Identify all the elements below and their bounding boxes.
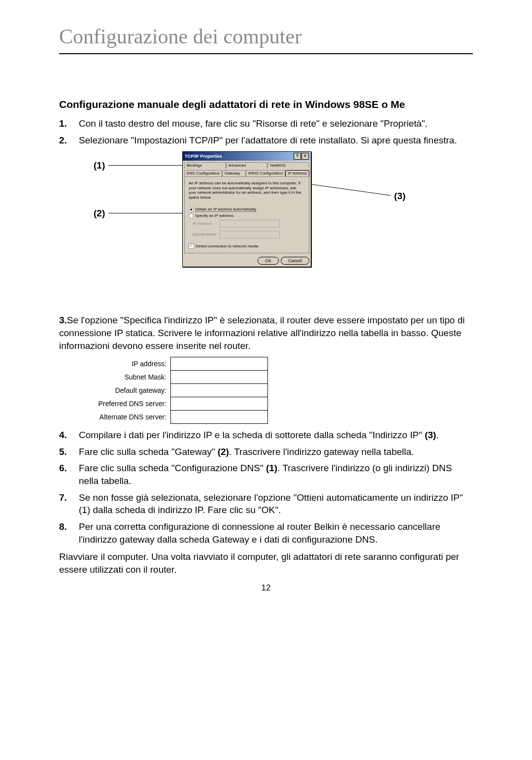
tcpip-properties-dialog: TCP/IP Properties ?× Bindings Advanced N… <box>182 151 311 267</box>
step-text: Selezionare "Impostazioni TCP/IP" per l'… <box>79 134 473 147</box>
table-row: Default gateway: <box>84 384 268 397</box>
dialog-titlebar: TCP/IP Properties ?× <box>183 152 311 161</box>
step-number: 7. <box>59 491 79 517</box>
dialog-title: TCP/IP Properties <box>185 154 222 159</box>
detect-checkbox-row[interactable]: ✓ Detect connection to network media <box>189 243 305 249</box>
page-number: 12 <box>59 583 473 593</box>
step-text: Con il tasto destro del mouse, fare clic… <box>79 117 473 130</box>
step-1: 1. Con il tasto destro del mouse, fare c… <box>59 117 473 130</box>
step-number: 6. <box>59 462 79 487</box>
step-7: 7. Se non fosse già selezionata, selezio… <box>59 491 473 517</box>
step-number: 5. <box>59 446 79 458</box>
help-icon[interactable]: ? <box>294 153 301 160</box>
ip-address-field: IP Address: <box>193 220 305 228</box>
table-row: Alternate DNS server: <box>84 411 268 424</box>
callout-3: (3) <box>394 191 405 202</box>
dialog-description: An IP address can be automatically assig… <box>189 181 305 200</box>
radio-obtain-ip[interactable]: Obtain an IP address automatically <box>189 207 305 212</box>
step-text: Compilare i dati per l'indirizzo IP e la… <box>79 429 473 442</box>
radio-specify-ip[interactable]: Specify an IP address: <box>189 213 305 218</box>
step-text: Se non fosse già selezionata, selezionar… <box>79 491 473 517</box>
step-text: Fare clic sulla scheda "Configurazione D… <box>79 462 473 487</box>
radio-icon <box>189 207 194 212</box>
preferred-dns-cell <box>171 397 268 411</box>
callout-line-1 <box>108 165 184 166</box>
step-text: Per una corretta configurazione di conne… <box>79 520 473 546</box>
step-number: 4. <box>59 429 79 442</box>
callout-2: (2) <box>94 208 105 219</box>
step-4: 4. Compilare i dati per l'indirizzo IP e… <box>59 429 473 442</box>
subnet-mask-cell <box>171 371 268 384</box>
ip-info-table: IP address: Subnet Mask: Default gateway… <box>84 357 268 424</box>
step-2: 2. Selezionare "Impostazioni TCP/IP" per… <box>59 134 473 147</box>
step-text: Fare clic sulla scheda "Gateway" (2). Tr… <box>79 446 473 458</box>
callout-1: (1) <box>94 160 105 171</box>
step-5: 5. Fare clic sulla scheda "Gateway" (2).… <box>59 446 473 458</box>
checkbox-icon: ✓ <box>189 243 194 249</box>
step-number: 3. <box>59 315 67 325</box>
tab-advanced[interactable]: Advanced <box>226 162 268 169</box>
ok-button[interactable]: OK <box>258 257 279 265</box>
steps-1-2: 1. Con il tasto destro del mouse, fare c… <box>59 117 473 146</box>
cancel-button[interactable]: Cancel <box>281 257 309 265</box>
tab-dns-configuration[interactable]: DNS Configuration <box>184 170 222 176</box>
close-icon[interactable]: × <box>301 153 309 160</box>
alternate-dns-cell <box>171 411 268 424</box>
chapter-rule <box>59 53 473 54</box>
table-row: Subnet Mask: <box>84 371 268 384</box>
tab-ip-address[interactable]: IP Address <box>285 170 309 176</box>
subnet-mask-field: Subnet Mask: <box>193 231 305 239</box>
callout-line-2 <box>108 213 192 213</box>
steps-4-8: 4. Compilare i dati per l'indirizzo IP e… <box>59 429 473 546</box>
step-3: 3.Se l'opzione "Specifica l'indirizzo IP… <box>59 314 473 352</box>
step-number: 8. <box>59 520 79 546</box>
step-8: 8. Per una corretta configurazione di co… <box>59 520 473 546</box>
ip-address-cell <box>171 357 268 371</box>
step-number: 1. <box>59 117 79 130</box>
step-text: Se l'opzione "Specifica l'indirizzo IP" … <box>59 315 465 350</box>
radio-icon <box>189 213 194 218</box>
chapter-title: Configurazione dei computer <box>59 25 473 48</box>
tab-bindings[interactable]: Bindings <box>184 162 226 169</box>
section-title: Configurazione manuale degli adattatori … <box>59 99 473 110</box>
tab-netbios[interactable]: NetBIOS <box>267 162 309 169</box>
step-number: 2. <box>59 134 79 147</box>
table-row: Preferred DNS server: <box>84 397 268 411</box>
tab-gateway[interactable]: Gateway <box>222 170 246 176</box>
tab-wins-configuration[interactable]: WINS Configuration <box>246 170 286 176</box>
step-6: 6. Fare clic sulla scheda "Configurazion… <box>59 462 473 487</box>
default-gateway-cell <box>171 384 268 397</box>
table-row: IP address: <box>84 357 268 371</box>
final-paragraph: Riavviare il computer. Una volta riavvia… <box>59 551 473 576</box>
tcpip-dialog-diagram: (1) (2) (3) TCP/IP Properties ?× Binding… <box>59 151 473 309</box>
